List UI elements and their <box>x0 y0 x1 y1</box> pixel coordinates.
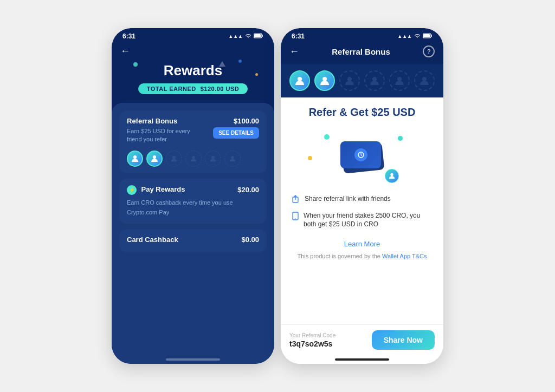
svg-point-3 <box>153 155 156 159</box>
svg-point-5 <box>192 156 195 159</box>
svg-point-14 <box>397 77 402 81</box>
avatar-active-2 <box>146 151 163 167</box>
refer-title: Refer & Get $25 USD <box>292 106 433 119</box>
status-bar-left: 6:31 ▲▲▲ <box>112 28 274 42</box>
right-phone-body: ← Referral Bonus ? <box>281 42 443 364</box>
card-cashback-amount: $0.00 <box>241 236 259 244</box>
info-item-1: Share referral link with friends <box>292 194 433 207</box>
learn-more-link[interactable]: Learn More <box>292 240 433 248</box>
referral-code-label: Your Referral Code <box>289 332 335 338</box>
ref-avatar-inactive-3 <box>389 70 410 91</box>
ref-avatar-active-2 <box>314 70 335 91</box>
float-avatar <box>385 169 399 183</box>
referral-avatar-row <box>127 151 259 167</box>
left-phone: 6:31 ▲▲▲ ← <box>112 28 274 364</box>
svg-rect-1 <box>254 34 261 37</box>
status-icons-left: ▲▲▲ <box>228 32 263 40</box>
card-cashback-card[interactable]: Card Cashback $0.00 <box>119 229 267 252</box>
float-dot-yellow <box>308 156 312 160</box>
see-details-button[interactable]: SEE DETAILS <box>213 127 259 139</box>
card-logo <box>354 148 367 161</box>
home-bar-right <box>335 358 389 361</box>
svg-rect-9 <box>423 34 430 37</box>
info-text-1: Share referral link with friends <box>305 194 391 204</box>
info-item-2: When your friend stakes 2500 CRO, you bo… <box>292 211 433 230</box>
avatar-inactive-3 <box>205 151 221 167</box>
rewards-title: Rewards <box>120 62 266 79</box>
pay-rewards-card[interactable]: ⚡ Pay Rewards $20.00 Earn CRO cashback e… <box>119 179 267 224</box>
ref-avatar-inactive-2 <box>364 70 385 91</box>
deco-dot-2 <box>238 60 242 63</box>
svg-point-6 <box>211 156 214 159</box>
battery-icon-right <box>423 32 433 40</box>
svg-point-7 <box>231 156 234 159</box>
signal-icon-right: ▲▲▲ <box>397 34 412 39</box>
deco-dot-3 <box>255 73 258 76</box>
earned-value: $120.00 USD <box>201 86 240 92</box>
float-dot-teal <box>398 136 403 141</box>
right-phone: 6:31 ▲▲▲ ← Referral Bonus ? <box>281 28 443 364</box>
referral-bonus-card[interactable]: Referral Bonus $100.00 Earn $25 USD for … <box>119 110 267 173</box>
referral-bonus-title: Referral Bonus <box>127 117 177 125</box>
avatar-inactive-2 <box>185 151 202 167</box>
referral-code-block: Your Referral Code t3q7so2w5s <box>289 332 335 348</box>
svg-point-2 <box>133 155 137 159</box>
right-content: Refer & Get $25 USD <box>281 97 443 324</box>
tac-text: This product is governed by the Wallet A… <box>292 252 433 260</box>
card-cashback-header: Card Cashback $0.00 <box>127 236 259 244</box>
tac-link[interactable]: Wallet App T&Cs <box>382 253 427 259</box>
svg-point-11 <box>322 77 327 81</box>
home-indicator-right <box>281 355 443 364</box>
left-phone-body: ← Rewards TOTAL EARNED $120.00 USD <box>112 42 274 364</box>
referral-avatars-strip <box>281 64 443 97</box>
deco-triangle <box>219 61 225 67</box>
avatar-inactive-4 <box>224 151 241 167</box>
help-button[interactable]: ? <box>423 45 435 57</box>
back-button-left[interactable]: ← <box>120 45 130 57</box>
referral-code-value: t3q7so2w5s <box>289 339 335 348</box>
time-right: 6:31 <box>292 32 305 40</box>
card-front <box>340 141 381 168</box>
deco-dot-1 <box>133 62 138 67</box>
float-dot-green <box>324 134 330 140</box>
svg-point-15 <box>422 77 427 81</box>
svg-point-16 <box>390 173 393 176</box>
pay-rewards-title: ⚡ Pay Rewards <box>127 185 185 195</box>
referral-bonus-amount: $100.00 <box>234 117 259 125</box>
cards-area: Referral Bonus $100.00 Earn $25 USD for … <box>112 103 274 355</box>
referral-bonus-header: Referral Bonus $100.00 <box>127 117 259 125</box>
info-list: Share referral link with friends When yo… <box>292 194 433 233</box>
back-button-right[interactable]: ← <box>289 46 299 57</box>
pay-rewards-desc: Earn CRO cashback every time you use Cry… <box>127 199 233 215</box>
svg-point-4 <box>172 156 175 159</box>
card-stack <box>340 141 384 171</box>
status-bar-right: 6:31 ▲▲▲ <box>281 28 443 42</box>
avatar-inactive-1 <box>166 151 182 167</box>
share-now-button[interactable]: Share Now <box>372 330 435 350</box>
right-phone-header: ← Referral Bonus ? <box>281 42 443 64</box>
time-left: 6:31 <box>122 32 135 40</box>
refer-illustration <box>292 126 433 186</box>
main-container: 6:31 ▲▲▲ ← <box>0 0 555 392</box>
pay-rewards-header: ⚡ Pay Rewards $20.00 <box>127 185 259 195</box>
referral-bonus-desc: Earn $25 USD for everyfriend you refer <box>127 127 190 144</box>
battery-icon-left <box>254 32 263 40</box>
svg-point-13 <box>372 77 377 81</box>
status-icons-right: ▲▲▲ <box>397 32 433 40</box>
svg-point-20 <box>295 218 296 219</box>
ref-avatar-inactive-1 <box>339 70 360 91</box>
home-bar-left <box>166 358 220 361</box>
right-header-title: Referral Bonus <box>299 47 423 56</box>
phone-icon <box>292 212 299 224</box>
tac-intro: This product is governed by the <box>297 253 382 259</box>
pay-rewards-amount: $20.00 <box>237 186 259 194</box>
ref-avatar-active-1 <box>289 70 310 91</box>
referral-footer: Your Referral Code t3q7so2w5s Share Now <box>281 324 443 355</box>
pay-rewards-icon: ⚡ <box>127 185 137 195</box>
share-icon <box>292 195 300 207</box>
avatar-active-1 <box>127 151 143 167</box>
card-cashback-title: Card Cashback <box>127 236 178 244</box>
signal-icon-left: ▲▲▲ <box>228 34 243 39</box>
earned-label: TOTAL EARNED <box>147 86 196 92</box>
total-earned-badge: TOTAL EARNED $120.00 USD <box>138 83 248 94</box>
